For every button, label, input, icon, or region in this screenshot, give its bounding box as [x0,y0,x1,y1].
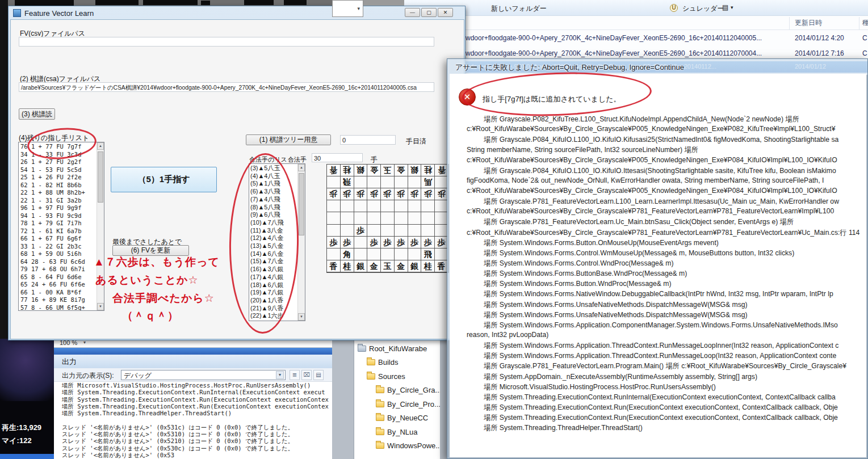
move-list-item[interactable]: 94 1 - 93 FU 9c9d [19,212,97,220]
legal-move-item[interactable]: (8)▲5八飛 [249,204,297,212]
legal-move-item[interactable]: (15)▲7八金 [249,258,297,266]
legal-move-item[interactable]: (20)▲1八香 [249,297,297,305]
remaining-moves-listbox[interactable]: 76 1 + 77 FU 7g7f34 1 - 33 FU 3c3d26 1 +… [18,142,104,311]
move-list-item[interactable]: 64 28 - 63 FU 6c6d [19,258,97,266]
move-list-item[interactable]: 22 1 - 31 GI 3a2b [19,197,97,205]
dropdown-caret-icon[interactable]: ▾ [276,371,284,379]
table-row[interactable]: wdoor+floodgate-900-0+Apery_2700K_4c+Nin… [404,31,868,46]
legal-move-item[interactable]: (17)▲4八銀 [249,273,297,281]
move-list-item[interactable]: 79 17 + 68 OU 6h7i [19,266,97,273]
column-divider[interactable] [789,17,790,30]
toggle-list-button[interactable]: ▤ [313,370,324,380]
dialog-title[interactable]: アサートに失敗しました: Abort=Quit, Retry=Debug, Ig… [455,62,684,73]
shogi-piece: 金 [397,262,405,271]
legal-move-item[interactable]: (4)▲4八玉 [249,172,297,180]
tree-item[interactable]: Root_KifuWarabe [354,342,440,356]
output-pane-title[interactable]: 出力 [62,357,77,367]
close-button[interactable]: ✕ [438,8,453,17]
board-cell [381,212,395,224]
legal-move-item[interactable]: (3)▲5八玉 [249,165,297,172]
move-list-item[interactable]: 72 1 - 61 KI 6a7b [19,228,97,235]
column-header-date[interactable]: 更新日時 [795,18,822,28]
tree-item[interactable]: By_Circle_Gra... [354,384,440,398]
move-list-item[interactable]: 66 1 - 00 KA B*6f [19,289,97,297]
move-list-item[interactable]: 54 1 - 53 FU 5c5d [19,166,97,174]
tree-item[interactable]: Builds [354,356,440,370]
read-kifu-button[interactable]: (3) 棋譜読 [19,108,55,120]
scroll-down-icon[interactable]: ▼ [97,303,104,310]
maximize-button[interactable]: ▢ [421,8,437,17]
legal-move-item[interactable]: (18)▲6八銀 [249,281,297,289]
legal-move-item[interactable]: (21)▲9八香 [249,305,297,313]
move-list-item[interactable]: 25 1 + 26 FU 2f2e [19,174,97,182]
play-count: 再生:13,929 [2,423,41,433]
legal-move-item[interactable]: (10)▲7八飛 [249,219,297,227]
csa-path-input[interactable]: /arabe¥Sources¥フラッドゲートのCSA棋譜¥2014¥wdoor+… [19,82,434,92]
move-list-item[interactable]: 34 1 - 33 FU 3c3d [19,151,97,159]
move-list-item[interactable]: 57 8 - 66 UM 6f5g+ [19,304,97,311]
window-titlebar[interactable]: Feature Vector Learn [13,9,94,18]
legal-move-count-input[interactable]: 30 [312,153,363,162]
legal-move-item[interactable]: (12)▲4八金 [249,234,297,242]
shredder-button[interactable]: シュレッダー [682,4,724,14]
output-text-area[interactable]: 場所 Microsoft.VisualStudio.HostingProcess… [54,382,332,459]
tree-item[interactable]: WindowsPowe... [354,439,440,453]
move-list-item[interactable]: 76 1 + 77 FU 7g7f [19,143,97,151]
legal-move-item[interactable]: (13)▲5八金 [249,242,297,250]
zoom-caret-icon[interactable]: ▾ [83,340,86,345]
output-source-dropdown[interactable]: デバッグ ▾ [121,370,286,380]
move-list-item[interactable]: 26 1 + 27 FU 2g2f [19,158,97,166]
move-list-item[interactable]: 62 1 - 82 HI 8b6b [19,182,97,190]
legal-move-item[interactable]: (22)▲1六歩 [249,312,297,320]
file-name[interactable]: wdoor+floodgate-900-0+Apery_2700K_4c+Nin… [466,49,762,57]
file-kind: C [862,49,867,57]
column-divider[interactable] [859,17,859,30]
legal-move-label: 合法手 [288,155,307,164]
list-view-icon[interactable]: ▤ [722,3,728,11]
scrollbar[interactable]: ▲ ▼ [297,164,305,321]
legal-move-item[interactable]: (9)▲6八飛 [249,211,297,219]
stack-trace-line: 場所 Grayscale.P082_KifuTree.L100_Struct.K… [454,115,866,125]
move-list-item[interactable]: 65 24 + 66 FU 6f6e [19,281,97,289]
legal-move-item[interactable]: (11)▲3八金 [249,227,297,235]
clear-output-button[interactable]: ⌧ [301,370,312,380]
move-list-item[interactable]: 96 1 + 97 FU 9g9f [19,204,97,212]
view-caret-icon[interactable]: ▾ [731,5,733,10]
legal-moves-listbox[interactable]: (3)▲5八玉(4)▲4八玉(5)▲1八飛(6)▲3八飛(7)▲4八飛(8)▲5… [249,163,305,321]
move-list-item[interactable]: 65 8 - 64 FU 6d6e [19,273,97,281]
tree-item[interactable]: By_NeueCC [354,411,440,426]
move-list-item[interactable]: 22 1 + 88 UM 8h2b+ [19,189,97,197]
board-cell [327,212,341,224]
steps-done-input[interactable]: 0 [340,135,396,145]
move-list-item[interactable]: 68 1 + 59 OU 5i6h [19,250,97,258]
legal-move-item[interactable]: (6)▲3八飛 [249,188,297,196]
new-folder-button[interactable]: 新しいフォルダー [491,4,547,14]
move-list-item[interactable]: 66 1 + 67 FU 6g6f [19,235,97,243]
legal-move-item[interactable]: (14)▲6八金 [249,250,297,258]
column-header-kind[interactable]: 種 [862,18,868,28]
scrollbar-thumb[interactable] [299,173,304,235]
file-name[interactable]: wdoor+floodgate-900-0+Apery_2700K_4c+Nin… [466,34,762,42]
minimize-button[interactable]: — [405,8,420,17]
scroll-down-icon[interactable]: ▼ [298,313,305,321]
tree-item[interactable]: By_Circle_Pro... [354,397,440,411]
tree-item[interactable]: By_NLua [354,425,440,439]
scrollbar-thumb[interactable] [98,151,103,203]
play-one-move-button[interactable]: （5）1手指す [111,167,217,192]
scroll-up-icon[interactable]: ▲ [97,142,104,150]
tree-item[interactable]: Sources [354,369,440,384]
fragment-caret-icon: ▾ [357,6,360,11]
move-list-item[interactable]: 33 1 - 22 GI 2b3c [19,243,97,251]
move-list-item[interactable]: 78 1 + 79 GI 7i7h [19,220,97,228]
prepare-kifu-tree-button[interactable]: (1) 棋譜ツリー用意 [246,134,331,145]
move-list-item[interactable]: 77 16 + 89 KE 8i7g [19,296,97,304]
fv-path-input[interactable] [19,37,434,47]
legal-move-item[interactable]: (19)▲7八銀 [249,289,297,297]
window-fragment [363,0,404,6]
legal-move-item[interactable]: (16)▲3八銀 [249,266,297,273]
legal-move-item[interactable]: (5)▲1八飛 [249,180,297,188]
shogi-piece: 飛 [424,250,432,259]
legal-move-item[interactable]: (7)▲4八飛 [249,196,297,204]
scroll-up-icon[interactable]: ▲ [298,164,305,171]
wrap-lines-button[interactable]: ≣ [290,370,300,380]
